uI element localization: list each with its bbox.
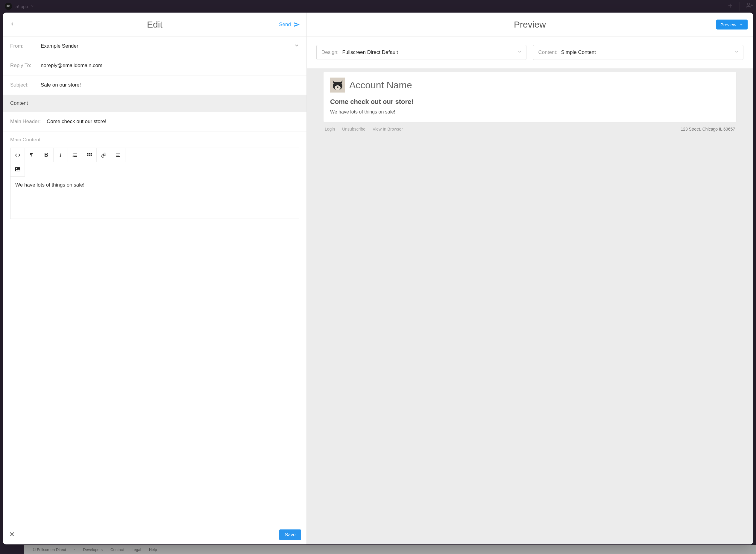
from-label: From: — [10, 43, 37, 49]
content-section-header: Content — [3, 95, 307, 112]
rich-text-editor: B I — [10, 148, 299, 219]
from-value: Example Sender — [41, 43, 78, 49]
footer-login-link[interactable]: Login — [325, 127, 335, 131]
chevron-down-icon — [739, 22, 743, 26]
editor-toolbar: B I — [10, 148, 299, 177]
content-select[interactable]: Content: Simple Content — [533, 45, 743, 60]
design-select[interactable]: Design: Fullscreen Direct Default — [316, 45, 527, 60]
send-label: Send — [279, 21, 291, 27]
svg-rect-12 — [87, 155, 88, 156]
footer-address: 123 Street, Chicago IL 60657 — [681, 127, 735, 131]
italic-icon[interactable]: I — [54, 148, 68, 162]
svg-point-6 — [73, 153, 73, 154]
chevron-down-icon — [734, 49, 739, 56]
form-area: From: Example Sender Reply To: noreply@e… — [3, 37, 307, 525]
main-header-value: Come check out our store! — [47, 119, 106, 124]
svg-rect-13 — [88, 155, 90, 156]
close-button[interactable] — [8, 531, 15, 539]
svg-point-27 — [337, 87, 338, 88]
email-preview-card: Account Name Come check out our store! W… — [323, 72, 736, 122]
main-content-label: Main Content — [10, 137, 299, 143]
chevron-down-icon[interactable] — [294, 43, 299, 50]
email-body: We have lots of things on sale! — [330, 109, 730, 115]
preview-dropdown-button[interactable]: Preview — [716, 19, 748, 30]
link-icon[interactable] — [97, 148, 111, 162]
svg-rect-14 — [90, 155, 92, 156]
design-value: Fullscreen Direct Default — [342, 49, 398, 55]
email-editor-modal: Edit Send From: Example Sender Reply To:… — [3, 13, 753, 544]
chevron-down-icon — [517, 49, 522, 56]
main-header-row[interactable]: Main Header: Come check out our store! — [3, 112, 307, 131]
svg-point-7 — [73, 155, 73, 155]
svg-rect-10 — [88, 153, 90, 154]
save-button[interactable]: Save — [279, 530, 301, 540]
subject-value: Sale on our store! — [41, 82, 81, 88]
svg-rect-9 — [87, 153, 88, 154]
image-icon[interactable] — [10, 162, 25, 177]
preview-pane: Preview Preview Design: Fullscreen Direc… — [307, 13, 753, 544]
paper-plane-icon — [294, 21, 300, 27]
main-content-block: Main Content B I — [3, 131, 307, 226]
send-button[interactable]: Send — [279, 21, 300, 27]
edit-pane: Edit Send From: Example Sender Reply To:… — [3, 13, 307, 544]
from-row[interactable]: From: Example Sender — [3, 37, 307, 56]
align-icon[interactable] — [111, 148, 125, 162]
design-label: Design: — [321, 49, 339, 55]
content-label: Content: — [538, 49, 557, 55]
account-name: Account Name — [349, 80, 412, 91]
edit-bottom-bar: Save — [3, 525, 307, 544]
edit-title: Edit — [147, 19, 163, 30]
svg-rect-11 — [90, 153, 92, 154]
content-value: Simple Content — [561, 49, 596, 55]
reply-to-label: Reply To: — [10, 63, 37, 68]
editor-textarea[interactable]: We have lots of things on sale! — [10, 177, 299, 219]
subject-row[interactable]: Subject: Sale on our store! — [3, 75, 307, 95]
preview-header: Preview Preview — [307, 13, 753, 37]
preview-title: Preview — [514, 19, 546, 30]
unordered-list-icon[interactable] — [68, 148, 82, 162]
reply-to-value: noreply@emaildomain.com — [41, 63, 102, 68]
reply-to-row[interactable]: Reply To: noreply@emaildomain.com — [3, 56, 307, 75]
footer-unsubscribe-link[interactable]: Unsubscribe — [342, 127, 365, 131]
preview-controls: Design: Fullscreen Direct Default Conten… — [307, 37, 753, 68]
back-button[interactable] — [10, 20, 15, 30]
svg-point-19 — [16, 168, 17, 169]
footer-view-browser-link[interactable]: View In Browser — [373, 127, 403, 131]
bold-icon[interactable]: B — [39, 148, 54, 162]
email-heading: Come check out our store! — [330, 98, 730, 106]
table-icon[interactable] — [82, 148, 97, 162]
edit-header: Edit Send — [3, 13, 307, 37]
code-icon[interactable] — [10, 148, 25, 162]
preview-canvas: Account Name Come check out our store! W… — [307, 68, 753, 544]
svg-point-8 — [73, 156, 73, 157]
svg-point-25 — [335, 85, 336, 86]
svg-point-26 — [339, 85, 340, 86]
main-header-label: Main Header: — [10, 119, 43, 124]
subject-label: Subject: — [10, 82, 37, 88]
paragraph-icon[interactable] — [25, 148, 39, 162]
email-footer: Login Unsubscribe View In Browser 123 St… — [323, 122, 736, 136]
account-avatar — [330, 77, 345, 93]
